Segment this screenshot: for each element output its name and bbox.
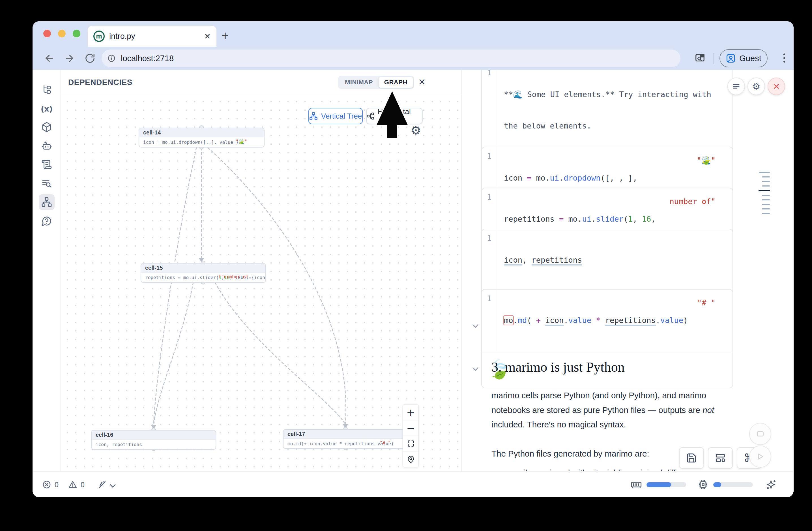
formatting-off-icon[interactable] [98,480,107,489]
view-toggle: MINIMAP GRAPH [338,76,414,89]
gear-icon: ⚙ [752,81,760,92]
outline-marker-active[interactable] [758,190,770,191]
map-pin-icon [407,456,415,463]
stop-button[interactable] [749,423,771,445]
line-number: 1 [482,290,497,351]
emphasis-not: not [702,405,714,415]
graph-node-cell-16[interactable]: cell-16 icon, repetitions [91,430,216,450]
graph-zoom-controls: + − [403,404,419,467]
sidebar-item-packages[interactable] [39,119,55,135]
url-bar[interactable]: localhost:2718 [102,49,680,67]
line-number: 1 [482,229,497,291]
forward-icon[interactable] [64,53,75,64]
minimize-window-button[interactable] [58,30,66,37]
outline-marker[interactable] [762,213,770,214]
node-code: icon = mo.ui.dropdown(["🍃", "🌊", "✨"], v… [139,137,264,147]
ai-sparkle-icon[interactable] [765,479,777,490]
ram-usage-bar [647,482,686,487]
cell-settings-button[interactable]: ⚙ [748,77,765,95]
outline-marker[interactable] [762,195,770,196]
outline-marker[interactable] [762,204,770,205]
profile-button[interactable]: Guest [720,49,768,67]
vertical-tree-icon [309,112,318,120]
browser-tab[interactable]: m intro.py ✕ [88,26,216,47]
close-icon: ✕ [773,82,780,91]
graph-tab[interactable]: GRAPH [379,77,413,88]
output-collapse-chevron[interactable] [473,322,478,328]
marimo-logo-icon: m [93,31,105,42]
cpu-usage-bar [713,482,753,487]
layout-icon [715,453,726,463]
tab-close-icon[interactable]: ✕ [204,32,211,41]
dependencies-header: DEPENDENCIES MINIMAP GRAPH ✕ [61,70,462,95]
back-icon[interactable] [44,53,55,64]
graph-node-cell-14[interactable]: cell-14 icon = mo.ui.dropdown(["🍃", "🌊",… [139,128,264,147]
sidebar-item-scratchpad[interactable] [39,157,55,172]
section-paragraph: marimo cells parse Python (and only Pyth… [491,388,732,432]
fit-view-icon [407,440,415,447]
graph-node-cell-15[interactable]: cell-15 repetitions = mo.ui.slider(1, 16… [141,263,266,283]
scroll-icon [41,159,52,170]
outline-marker[interactable] [762,176,770,177]
cell-menu-button[interactable] [727,77,745,95]
tab-search-icon[interactable] [695,53,705,64]
marimo-app: (x) DEPENDENCIES [32,70,794,471]
zoom-out-button[interactable]: − [403,420,418,436]
browser-chrome: m intro.py ✕ + localhost:2718 Guest [32,21,794,70]
fit-view-button[interactable] [403,436,418,451]
vertical-tree-button[interactable]: Vertical Tree [308,108,363,124]
graph-settings-icon[interactable]: ⚙ [410,124,421,137]
browser-menu-icon[interactable] [781,51,787,65]
run-button[interactable] [749,446,771,468]
save-button[interactable] [679,447,704,469]
outline-marker[interactable] [759,172,770,173]
cell-code-editor[interactable]: icon, repetitions [497,229,582,291]
cell-actions: ⚙ ✕ [727,77,785,95]
panel-title: DEPENDENCIES [68,78,132,87]
variables-icon: (x) [41,104,53,113]
outline-marker[interactable] [762,181,770,182]
profile-avatar-icon [726,53,736,63]
graph-node-cell-17[interactable]: cell-17 mo.md("# " + icon.value * repeti… [283,429,408,449]
panel-close-icon[interactable]: ✕ [416,77,428,87]
save-icon [686,453,697,463]
warnings-count: 0 [81,480,85,489]
new-tab-button[interactable]: + [221,29,229,43]
node-title: cell-16 [92,431,216,440]
outline-marker[interactable] [762,208,770,210]
site-info-icon[interactable] [107,54,116,62]
sidebar-item-variables[interactable]: (x) [39,101,55,117]
reload-icon[interactable] [85,53,95,64]
sidebar-item-dependencies[interactable] [39,194,55,210]
errors-icon[interactable] [42,480,51,489]
chevron-down-icon[interactable] [110,482,116,487]
cell-code-editor[interactable]: **🌊 Some UI elements.** Try interacting … [497,70,711,157]
maximize-window-button[interactable] [73,30,81,37]
status-bar: 0 0 [32,471,794,497]
browser-window: m intro.py ✕ + localhost:2718 Guest [32,21,794,497]
close-window-button[interactable] [43,30,51,37]
sidebar-item-file-explorer[interactable] [39,82,55,98]
layout-button[interactable] [708,447,733,469]
url-text: localhost:2718 [121,54,174,63]
dependency-graph-canvas[interactable]: Vertical Tree Horizontal Tree ⚙ cell-14 … [61,95,462,471]
cell-delete-button[interactable]: ✕ [768,77,785,95]
outline-marker[interactable] [762,199,770,200]
zoom-in-button[interactable]: + [403,405,418,420]
stop-icon [755,429,765,439]
sidebar-item-help[interactable] [39,213,55,229]
minimap-tab[interactable]: MINIMAP [339,77,379,88]
sidebar-item-logs[interactable] [39,175,55,191]
warnings-icon[interactable] [68,480,77,489]
locate-button[interactable] [403,451,418,467]
horizontal-tree-icon [367,112,374,120]
status-left: 0 0 [42,472,115,497]
node-code: icon, repetitions [92,440,216,449]
outline-marker[interactable] [762,185,770,187]
cell-code-editor[interactable]: mo.md("# " + icon.value * repetitions.va… [497,290,688,351]
sidebar-item-ai-assistant[interactable] [39,138,55,154]
profile-name: Guest [739,54,761,63]
section-collapse-chevron[interactable] [473,365,478,371]
section-heading: 3. marimo is just Python [491,359,625,375]
horizontal-tree-button[interactable]: Horizontal Tree [366,108,423,124]
